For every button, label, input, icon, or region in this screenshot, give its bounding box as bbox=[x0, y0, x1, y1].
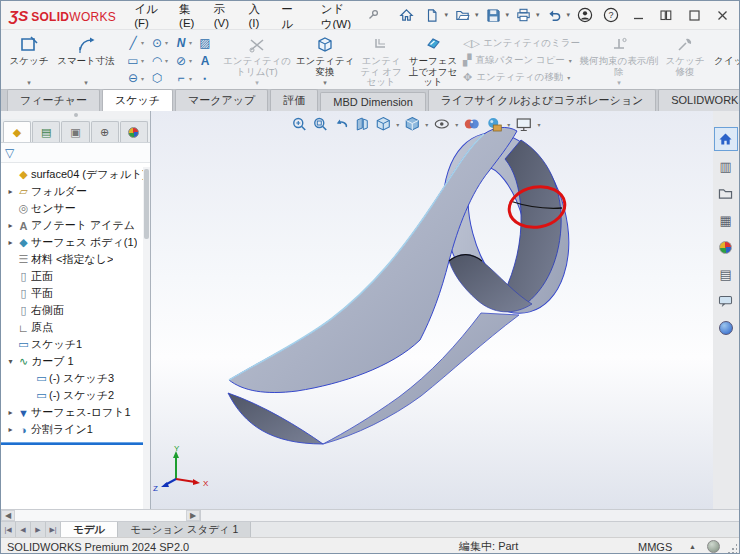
spline-tool-icon[interactable]: N bbox=[173, 36, 189, 50]
fillet-tool-icon[interactable]: ⌐ bbox=[173, 71, 189, 85]
chevron-down-icon[interactable]: ▾ bbox=[255, 79, 259, 89]
expander-icon[interactable]: ▸ bbox=[5, 425, 16, 434]
expander-icon[interactable]: ▾ bbox=[5, 357, 16, 366]
chevron-down-icon[interactable]: ▾ bbox=[507, 121, 510, 128]
circle-tool-icon[interactable]: ⊙ bbox=[149, 36, 165, 50]
chevron-down-icon[interactable]: ▾ bbox=[141, 39, 149, 46]
mirror-entities-button[interactable]: ◁▷ エンティティのミラー bbox=[463, 36, 567, 50]
polygon-tool-icon[interactable]: ⬡ bbox=[149, 71, 165, 85]
3dexperience-button[interactable] bbox=[714, 316, 738, 340]
status-globe-icon[interactable] bbox=[707, 540, 720, 553]
tree-item-front-plane[interactable]: ▯ 正面 bbox=[1, 268, 150, 285]
print-button[interactable] bbox=[512, 4, 536, 26]
tree-item-surface-loft1[interactable]: ▸ ▼ サーフェス-ロフト1 bbox=[1, 404, 150, 421]
trim-entities-button[interactable]: エンティティのトリム(T) ▾ bbox=[221, 32, 293, 89]
tree-item-annotations[interactable]: ▸ A アノテート アイテム bbox=[1, 217, 150, 234]
open-document-button[interactable] bbox=[451, 4, 475, 26]
restore-button[interactable] bbox=[653, 4, 679, 26]
point-tool-icon[interactable]: ▪ bbox=[197, 74, 213, 83]
home-button[interactable] bbox=[394, 4, 418, 26]
zoom-to-fit-icon[interactable] bbox=[289, 114, 309, 134]
tree-item-sketch3[interactable]: ▭ (-) スケッチ3 bbox=[1, 370, 150, 387]
new-document-button[interactable] bbox=[420, 4, 444, 26]
design-library-button[interactable]: ▥ bbox=[714, 154, 738, 178]
propertymanager-tab[interactable]: ▤ bbox=[32, 121, 60, 142]
offset-on-surface-button[interactable]: サーフェス上でオフセット bbox=[405, 32, 461, 89]
first-tab-icon[interactable]: |◀ bbox=[1, 522, 16, 537]
previous-tab-icon[interactable]: ◀ bbox=[16, 522, 31, 537]
tab-solidworks-addins[interactable]: SOLIDWORKS アドイン bbox=[658, 89, 740, 111]
chevron-down-icon[interactable]: ▾ bbox=[323, 79, 327, 89]
tree-item-sketch1[interactable]: ▭ スケッチ1 bbox=[1, 336, 150, 353]
panel-splitter-handle[interactable] bbox=[1, 111, 150, 119]
chevron-down-icon[interactable]: ▾ bbox=[141, 75, 149, 82]
next-tab-icon[interactable]: ▶ bbox=[31, 522, 46, 537]
tree-vertical-scrollbar[interactable] bbox=[143, 167, 150, 509]
3d-sketch-plane-icon[interactable]: ▨ bbox=[197, 36, 213, 50]
line-tool-icon[interactable]: ╱ bbox=[125, 36, 141, 50]
zoom-to-area-icon[interactable] bbox=[310, 114, 330, 134]
chevron-down-icon[interactable]: ▾ bbox=[569, 57, 572, 64]
section-view-icon[interactable] bbox=[352, 114, 372, 134]
chevron-down-icon[interactable]: ▾ bbox=[455, 121, 458, 128]
chevron-down-icon[interactable]: ▾ bbox=[444, 11, 448, 19]
graphics-viewport[interactable]: Y X Z bbox=[151, 111, 711, 509]
rollback-bar[interactable] bbox=[1, 442, 150, 445]
chevron-down-icon[interactable]: ▾ bbox=[536, 11, 540, 19]
text-tool-icon[interactable]: A bbox=[197, 54, 213, 68]
tab-sketch[interactable]: スケッチ bbox=[102, 89, 173, 112]
chevron-down-icon[interactable]: ▾ bbox=[165, 39, 173, 46]
rectangle-tool-icon[interactable]: ▭ bbox=[125, 54, 141, 68]
tab-features[interactable]: フィーチャー bbox=[7, 89, 100, 111]
tree-item-sketch2[interactable]: ▭ (-) スケッチ2 bbox=[1, 387, 150, 404]
chevron-down-icon[interactable]: ▾ bbox=[475, 11, 479, 19]
chevron-down-icon[interactable]: ▾ bbox=[396, 121, 399, 128]
apply-scene-icon[interactable] bbox=[483, 114, 504, 134]
tree-item-material[interactable]: ☰ 材料 <指定なし> bbox=[1, 251, 150, 268]
scroll-left-icon[interactable]: ◀ bbox=[1, 510, 15, 521]
expander-icon[interactable]: ▸ bbox=[5, 221, 16, 230]
tab-lifecycle-collaboration[interactable]: ライフサイクルおよびコラボレーション bbox=[428, 89, 656, 111]
chevron-down-icon[interactable]: ▾ bbox=[566, 11, 570, 19]
chevron-down-icon[interactable]: ▾ bbox=[505, 11, 509, 19]
display-delete-relations-button[interactable]: 幾何拘束の表示/削除 ▾ bbox=[575, 32, 663, 89]
help-button[interactable]: ? bbox=[599, 4, 623, 26]
tree-item-right-plane[interactable]: ▯ 右側面 bbox=[1, 302, 150, 319]
chevron-down-icon[interactable]: ▾ bbox=[567, 74, 570, 81]
chevron-down-icon[interactable]: ▾ bbox=[189, 57, 197, 64]
view-palette-button[interactable]: ▦ bbox=[714, 208, 738, 232]
model-tab[interactable]: モデル bbox=[61, 522, 118, 537]
custom-properties-button[interactable]: ▤ bbox=[714, 262, 738, 286]
tree-item-top-plane[interactable]: ▯ 平面 bbox=[1, 285, 150, 302]
tab-mbd-dimension[interactable]: MBD Dimension bbox=[320, 92, 425, 111]
tree-root-part[interactable]: ◆ surface04 (デフォルト) <<デフォ bbox=[1, 166, 150, 183]
chevron-down-icon[interactable]: ▾ bbox=[189, 75, 197, 82]
tab-evaluate[interactable]: 評価 bbox=[270, 89, 318, 111]
last-tab-icon[interactable]: ▶| bbox=[46, 522, 61, 537]
tab-markup[interactable]: マークアップ bbox=[175, 89, 268, 111]
minimize-button[interactable] bbox=[625, 4, 651, 26]
filter-icon[interactable]: ▽ bbox=[5, 146, 14, 160]
chevron-down-icon[interactable]: ▾ bbox=[84, 79, 88, 89]
slot-tool-icon[interactable]: ⊖ bbox=[125, 71, 141, 85]
tree-item-curve1[interactable]: ▾ ∿ カーブ 1 bbox=[1, 353, 150, 370]
expander-icon[interactable]: ▸ bbox=[5, 408, 16, 417]
tree-item-origin[interactable]: ∟ 原点 bbox=[1, 319, 150, 336]
chevron-down-icon[interactable]: ▾ bbox=[425, 121, 428, 128]
smart-dimension-button[interactable]: スマート寸法 ▾ bbox=[55, 32, 117, 89]
chevron-down-icon[interactable]: ▾ bbox=[537, 121, 540, 128]
solidworks-forum-button[interactable] bbox=[714, 289, 738, 313]
save-button[interactable] bbox=[481, 4, 505, 26]
dimxpertmanager-tab[interactable]: ⊕ bbox=[91, 121, 119, 142]
user-account-button[interactable] bbox=[573, 4, 597, 26]
units-selector[interactable]: MMGS bbox=[638, 541, 672, 553]
display-style-icon[interactable] bbox=[402, 114, 422, 134]
expander-icon[interactable]: ▸ bbox=[5, 238, 16, 247]
arc-tool-icon[interactable]: ◠ bbox=[149, 54, 165, 68]
chevron-down-icon[interactable]: ▾ bbox=[617, 79, 621, 89]
scroll-right-icon[interactable]: ▶ bbox=[186, 510, 200, 521]
edit-appearance-icon[interactable] bbox=[461, 114, 482, 134]
offset-entities-button[interactable]: エンティティ オフセット bbox=[357, 32, 405, 89]
displaymanager-tab[interactable] bbox=[120, 121, 148, 142]
maximize-button[interactable] bbox=[681, 4, 707, 26]
